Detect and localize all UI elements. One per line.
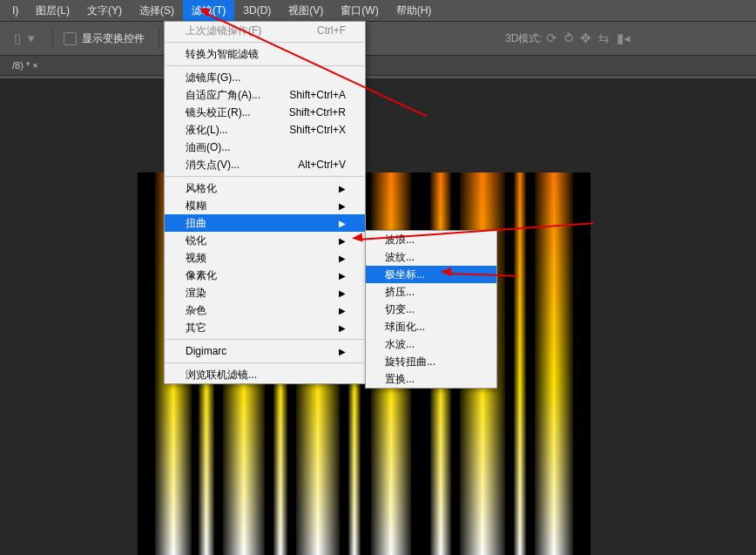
menu-item-label: 其它 [186,321,206,335]
toolgroup-left: ▯ ▾ [3,26,45,51]
submenu-arrow-icon: ▶ [339,271,346,281]
show-transform-label: 显示变换控件 [82,31,145,46]
submenu-arrow-icon: ▶ [339,201,346,211]
menu-item-label: 像素化 [186,268,217,283]
menu-item-label: 浏览联机滤镜... [186,368,257,382]
menu-item-label: 模糊 [186,199,206,213]
menu-视图(V)[interactable]: 视图(V) [280,0,332,21]
menu-item-label: 油画(O)... [186,140,230,155]
menu-separator [165,362,364,363]
menu-item-转换为智能滤镜[interactable]: 转换为智能滤镜 [165,45,365,63]
submenu-arrow-icon: ▶ [339,219,346,228]
menu-item-label: Digimarc [186,345,226,357]
menu-3D(D)[interactable]: 3D(D) [234,0,280,21]
submenu-item-挤压...[interactable]: 挤压... [366,283,496,301]
menu-item-shortcut: Shift+Ctrl+A [289,89,346,101]
menu-item-label: 滤镜库(G)... [186,71,240,85]
stripe [526,173,535,555]
menu-item-锐化[interactable]: 锐化▶ [165,232,365,249]
menu-item-杂色[interactable]: 杂色▶ [165,301,365,319]
stripe [573,173,591,555]
menu-item-风格化[interactable]: 风格化▶ [165,179,365,197]
roll-icon[interactable]: ⥁ [561,30,577,46]
menu-item-像素化[interactable]: 像素化▶ [165,267,365,284]
submenu-item-置换...[interactable]: 置换... [366,370,496,388]
stripe [514,173,526,555]
show-transform-checkbox[interactable] [64,32,77,45]
stripe [138,173,155,555]
menu-item-label: 上次滤镜操作(F) [186,24,261,38]
menu-item-label: 镜头校正(R)... [186,105,251,120]
submenu-item-球面化...[interactable]: 球面化... [366,318,496,335]
menu-item-视频[interactable]: 视频▶ [165,249,365,267]
menu-item-液化(L)...[interactable]: 液化(L)...Shift+Ctrl+X [165,121,365,139]
menu-选择(S)[interactable]: 选择(S) [131,0,183,21]
dropdown-icon[interactable]: ▾ [24,30,38,46]
document-tabbar: /8) * × [0,56,756,76]
separator [52,28,53,49]
menu-separator [165,176,364,177]
menu-item-模糊[interactable]: 模糊▶ [165,197,365,214]
menu-item-自适应广角(A)...[interactable]: 自适应广角(A)...Shift+Ctrl+A [165,86,365,104]
stripe [535,173,573,555]
red-arrow-3-head [441,267,451,276]
menu-item-shortcut: Ctrl+F [317,24,346,37]
menu-item-shortcut: Shift+Ctrl+X [289,124,346,136]
menu-item-label: 消失点(V)... [186,158,240,173]
menu-item-label: 杂色 [186,303,206,318]
align-icon[interactable]: ▯ [10,30,24,46]
submenu-arrow-icon: ▶ [339,323,346,333]
menu-item-label: 锐化 [186,234,206,248]
menu-item-label: 风格化 [186,181,217,196]
submenu-item-旋转扭曲...[interactable]: 旋转扭曲... [366,353,496,370]
menu-item-shortcut: Shift+Ctrl+R [289,106,346,118]
menu-item-label: 渲染 [186,286,206,301]
menu-item-渲染[interactable]: 渲染▶ [165,284,365,301]
menu-item-上次滤镜操作(F): 上次滤镜操作(F)Ctrl+F [165,22,365,39]
submenu-item-切变...[interactable]: 切变... [366,301,496,318]
menu-separator [165,65,364,66]
menu-separator [165,339,364,340]
menubar: I)图层(L)文字(Y)选择(S)滤镜(T)3D(D)视图(V)窗口(W)帮助(… [0,0,756,22]
orbit-icon[interactable]: ⟳ [543,30,561,46]
menu-item-镜头校正(R)...[interactable]: 镜头校正(R)...Shift+Ctrl+R [165,104,365,121]
menu-文字(Y)[interactable]: 文字(Y) [78,0,131,21]
submenu-arrow-icon: ▶ [339,306,346,315]
menu-item-滤镜库(G)...[interactable]: 滤镜库(G)... [165,69,365,86]
menu-item-油画(O)...[interactable]: 油画(O)... [165,139,365,156]
document-tab[interactable]: /8) * × [5,60,45,71]
submenu-arrow-icon: ▶ [339,184,346,193]
menu-item-其它[interactable]: 其它▶ [165,319,365,336]
menu-item-label: 自适应广角(A)... [186,88,260,103]
red-arrow-2-head [352,234,363,243]
submenu-arrow-icon: ▶ [339,288,346,298]
menu-item-label: 转换为智能滤镜 [186,47,259,62]
options-toolbar: ▯ ▾ 显示变换控件 ⎴ ⎮ ⎵ 3D模式: ⟳ ⥁ ✥ ⇆ ▮◂ [0,22,756,56]
menu-item-消失点(V)...[interactable]: 消失点(V)...Alt+Ctrl+V [165,156,365,173]
menu-item-label: 扭曲 [186,216,206,231]
distort-submenu[interactable]: 波浪...波纹...极坐标...挤压...切变...球面化...水波...旋转扭… [365,230,497,389]
menu-item-扭曲[interactable]: 扭曲▶ [165,214,365,232]
submenu-arrow-icon: ▶ [339,254,346,263]
menu-item-label: 液化(L)... [186,123,228,138]
slide-icon[interactable]: ⇆ [595,30,613,46]
menu-I)[interactable]: I) [3,0,27,21]
mode3d-label: 3D模式: [505,31,543,46]
submenu-arrow-icon: ▶ [339,236,346,246]
submenu-arrow-icon: ▶ [339,347,346,356]
menu-item-shortcut: Alt+Ctrl+V [298,159,346,171]
menu-item-浏览联机滤镜...[interactable]: 浏览联机滤镜... [165,366,365,383]
menu-窗口(W)[interactable]: 窗口(W) [332,0,387,21]
separator [159,28,159,49]
menu-帮助(H)[interactable]: 帮助(H) [388,0,441,21]
submenu-item-波纹...[interactable]: 波纹... [366,248,496,266]
camera-icon[interactable]: ▮◂ [613,30,634,46]
pan-icon[interactable]: ✥ [577,30,595,46]
menu-图层(L)[interactable]: 图层(L) [27,0,78,21]
show-transform-wrap[interactable]: 显示变换控件 [57,26,152,51]
mode3d-group: 3D模式: ⟳ ⥁ ✥ ⇆ ▮◂ [493,26,641,51]
submenu-item-水波...[interactable]: 水波... [366,335,496,353]
menu-item-label: 视频 [186,251,206,266]
menu-item-Digimarc[interactable]: Digimarc▶ [165,342,365,360]
filter-menu-dropdown[interactable]: 上次滤镜操作(F)Ctrl+F转换为智能滤镜滤镜库(G)...自适应广角(A).… [164,21,366,384]
